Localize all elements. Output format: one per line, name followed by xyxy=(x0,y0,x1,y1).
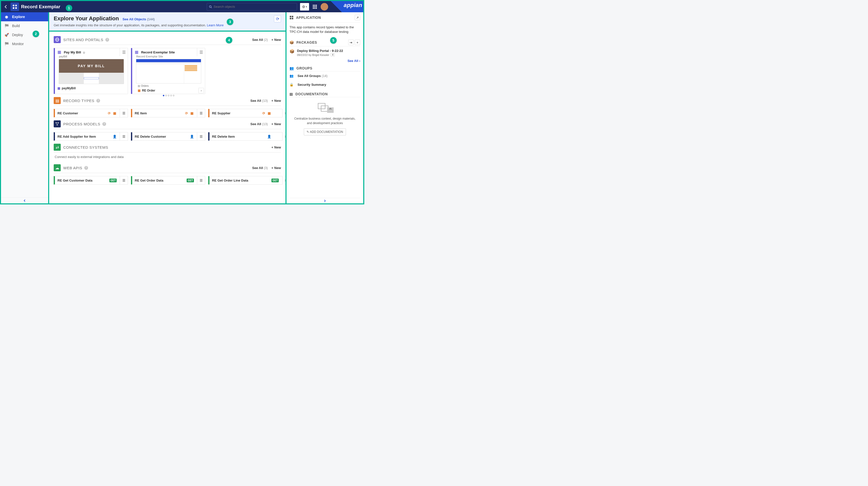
package-item[interactable]: 📦 Deploy Billing Portal - 9-22-22 09/22/… xyxy=(289,46,360,59)
groups-heading: 👥 GROUPS xyxy=(289,65,360,71)
app-description: This app contains record types related t… xyxy=(289,25,360,34)
learn-more-link[interactable]: Learn More xyxy=(207,23,223,27)
open-external-icon[interactable]: ↗ xyxy=(355,15,360,20)
see-all-web-apis[interactable]: See All (3) xyxy=(252,166,268,170)
card-menu-icon[interactable]: ☰ xyxy=(120,132,128,140)
globe-icon xyxy=(54,36,61,43)
web-api-item[interactable]: RE Get Order Data GET ☰ xyxy=(131,176,205,185)
connected-system-icon: ⇄ xyxy=(54,144,61,151)
svg-rect-9 xyxy=(313,6,314,7)
portal-icon: ▦ xyxy=(57,50,61,54)
card-menu-icon[interactable]: ☰ xyxy=(120,109,128,117)
sidebar-item-explore[interactable]: ◉ Explore xyxy=(1,12,48,21)
section-process-models: PROCESS MODELS ? See All (13) +New RE Ad… xyxy=(54,119,281,141)
record-type-item[interactable]: RE Supplier ⟳▦ xyxy=(208,109,282,117)
help-icon[interactable]: ? xyxy=(84,166,88,170)
card-title: Pay My Bill xyxy=(64,51,81,54)
security-summary-link[interactable]: 🔒 Security Summary xyxy=(289,80,360,89)
section-connected-systems: ⇄ CONNECTED SYSTEMS +New Connect easily … xyxy=(54,142,281,161)
new-connected-system-button[interactable]: +New xyxy=(272,145,281,149)
svg-point-4 xyxy=(210,5,212,7)
settings-button[interactable]: ⚙▾ xyxy=(300,3,309,10)
chevron-right-icon[interactable]: › xyxy=(198,88,204,93)
right-panel: APPLICATION ↗ This app contains record t… xyxy=(285,12,363,203)
see-all-objects-link[interactable]: See All Objects (144) xyxy=(122,17,155,21)
process-model-item[interactable]: RE Delete Customer 👤 ☰ xyxy=(131,132,205,141)
process-model-item[interactable]: RE Delete Item 👤 xyxy=(208,132,282,141)
sidebar: ◉ Explore 🏁 Build 🚀 Deploy 🏁 Monitor xyxy=(1,12,49,203)
package-icon: 📦 xyxy=(289,40,294,44)
rocket-icon: 🚀 xyxy=(4,33,8,37)
app-switcher[interactable] xyxy=(311,3,319,10)
see-all-sites[interactable]: See All (2) xyxy=(252,38,268,42)
site-card-pay-my-bill[interactable]: ☰ ▦ Pay My Bill ◍ payBill PAY MY BILL xyxy=(54,48,128,94)
process-model-item[interactable]: RE Add Supplier for Item 👤 ☰ xyxy=(54,132,128,141)
app-icon[interactable] xyxy=(10,2,19,11)
lock-icon: 🔒 xyxy=(289,83,294,87)
search-objects[interactable] xyxy=(207,3,297,10)
svg-rect-1 xyxy=(15,5,17,6)
box-icon: 📦 xyxy=(289,49,294,57)
record-type-item[interactable]: RE Customer ⟳▦ ☰ xyxy=(54,109,128,117)
callout-1: 1 xyxy=(66,5,72,11)
section-title: WEB APIS xyxy=(63,166,82,170)
card-menu-icon[interactable]: ☰ xyxy=(197,132,205,140)
back-button[interactable] xyxy=(1,1,10,12)
see-all-process-models[interactable]: See All (13) xyxy=(250,122,268,126)
see-all-record-types[interactable]: See All (13) xyxy=(250,99,268,103)
app-squares-icon xyxy=(289,15,293,20)
help-icon[interactable]: ? xyxy=(105,38,109,42)
new-record-type-button[interactable]: +New xyxy=(272,99,281,103)
search-input[interactable] xyxy=(214,5,295,8)
sidebar-item-deploy[interactable]: 🚀 Deploy xyxy=(1,30,48,39)
refresh-button[interactable]: ⟳ xyxy=(274,15,281,22)
new-process-model-button[interactable]: +New xyxy=(272,122,281,126)
site-tab-active[interactable]: ▦ RE Order › xyxy=(132,87,205,94)
user-icon: 👤 xyxy=(267,134,271,138)
scroll-right-button[interactable]: › xyxy=(284,132,285,141)
sidebar-item-build[interactable]: 🏁 Build xyxy=(1,21,48,30)
card-menu-icon[interactable]: ☰ xyxy=(120,176,128,184)
card-menu-icon[interactable]: ☰ xyxy=(197,109,205,117)
sidebar-item-monitor[interactable]: 🏁 Monitor xyxy=(1,39,48,48)
scroll-right-button[interactable]: › xyxy=(284,176,285,185)
callout-4: 4 xyxy=(226,37,232,43)
sync-icon: ⟳ xyxy=(107,111,111,115)
avatar[interactable] xyxy=(320,3,328,10)
search-icon xyxy=(209,5,212,8)
new-site-button[interactable]: +New xyxy=(272,38,281,42)
main-header: Explore Your Application See All Objects… xyxy=(49,12,285,32)
card-menu-icon[interactable]: ☰ xyxy=(120,48,128,56)
card-menu-icon[interactable]: ☰ xyxy=(197,176,205,184)
add-package-button[interactable]: + xyxy=(355,40,360,45)
sync-icon: ⟳ xyxy=(184,111,188,115)
grid-icon: ▦ xyxy=(267,111,271,115)
new-web-api-button[interactable]: +New xyxy=(272,166,281,170)
help-icon[interactable]: ? xyxy=(102,122,106,126)
help-icon[interactable]: ? xyxy=(96,99,100,103)
sidebar-collapse[interactable] xyxy=(1,197,48,203)
scroll-right-button[interactable]: › xyxy=(284,109,285,117)
card-menu-icon[interactable]: ☰ xyxy=(197,48,205,56)
add-documentation-button[interactable]: ✎ ADD DOCUMENTATION xyxy=(304,128,346,135)
item-name: RE Customer xyxy=(57,111,78,115)
card-title: Record Exemplar Site xyxy=(141,51,175,54)
site-page-row[interactable]: ▦ payMyBill xyxy=(55,85,128,92)
svg-rect-11 xyxy=(316,6,317,7)
see-all-packages-link[interactable]: See All › xyxy=(289,59,360,65)
record-type-icon: ▤ xyxy=(54,97,61,104)
section-title: PROCESS MODELS xyxy=(63,122,100,126)
sidebar-item-label: Explore xyxy=(12,15,25,19)
section-title: RECORD TYPES xyxy=(63,99,94,103)
carousel-dots[interactable] xyxy=(132,94,205,97)
users-icon: 👥 xyxy=(289,74,294,78)
import-package-button[interactable]: ⇥ xyxy=(348,40,354,45)
site-card-record-exemplar[interactable]: ☰ ▦ Record Exemplar Site Record Exemplar… xyxy=(131,48,205,94)
right-panel-collapse[interactable] xyxy=(289,198,360,203)
web-api-item[interactable]: RE Get Order Line Data GET xyxy=(208,176,282,185)
grid-icon: ▦ xyxy=(113,111,117,115)
record-type-item[interactable]: RE Item ⟳▦ ☰ xyxy=(131,109,205,117)
compass-icon: ◉ xyxy=(4,15,8,19)
see-all-groups-link[interactable]: 👥 See All Groups (14) xyxy=(289,71,360,80)
web-api-item[interactable]: RE Get Customer Data GET ☰ xyxy=(54,176,128,185)
